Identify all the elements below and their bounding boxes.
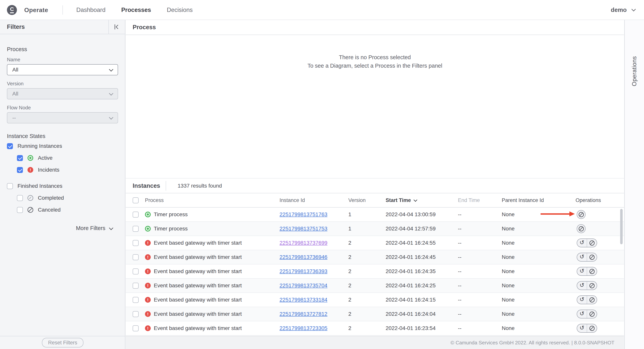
reset-filters-button[interactable]: Reset Filters [42, 338, 84, 348]
row-checkbox[interactable] [133, 268, 138, 274]
more-filters-label: More Filters [76, 225, 105, 232]
instances-scrollbar[interactable] [620, 209, 623, 244]
operations-cell: ↺ [576, 281, 624, 290]
parent-instance-id: None [502, 254, 576, 260]
instance-id-link[interactable]: 2251799813751763 [280, 212, 328, 217]
row-checkbox[interactable] [133, 297, 138, 303]
name-label: Name [7, 57, 118, 63]
operations-button-group: ↺ [577, 238, 597, 247]
select-all-checkbox[interactable] [133, 197, 138, 203]
user-menu[interactable]: demo [611, 0, 635, 20]
incidents-checkbox[interactable] [17, 167, 23, 173]
retry-operation-button[interactable]: ↺ [577, 253, 587, 261]
instance-version: 1 [348, 212, 386, 218]
cancel-operation-button[interactable] [587, 296, 597, 304]
retry-operation-button[interactable]: ↺ [577, 324, 587, 332]
operations-cell [576, 224, 624, 233]
instance-row: Event based gateway with timer start2251… [126, 293, 624, 307]
running-instances-checkbox[interactable] [7, 143, 13, 149]
instances-panel-header: Instances 1337 results found [126, 179, 624, 193]
instance-id-link[interactable]: 2251799813733184 [280, 297, 328, 303]
canceled-checkbox[interactable] [17, 207, 23, 213]
cancel-operation-button[interactable] [587, 282, 597, 290]
retry-operation-button[interactable]: ↺ [577, 239, 587, 247]
row-checkbox[interactable] [133, 226, 138, 232]
process-name: Timer process [154, 226, 280, 232]
cancel-operation-icon [590, 240, 594, 246]
instance-row: Timer process225179981375175312022-04-04… [126, 222, 624, 236]
instance-id-link[interactable]: 2251799813736393 [280, 268, 328, 274]
retry-operation-button[interactable]: ↺ [577, 296, 587, 304]
header-divider [166, 181, 166, 191]
parent-instance-id: None [502, 226, 576, 232]
row-checkbox[interactable] [133, 311, 138, 317]
tab-dashboard[interactable]: Dashboard [76, 6, 106, 14]
operations-button-group: ↺ [577, 267, 597, 276]
operations-cell: ↺ [576, 310, 624, 318]
row-checkbox[interactable] [133, 283, 138, 289]
filters-panel-header: Filters [0, 20, 125, 34]
end-time: -- [458, 268, 502, 274]
process-name: Timer process [154, 212, 280, 218]
instance-id-link[interactable]: 2251799813736946 [280, 254, 328, 260]
cancel-operation-icon [590, 283, 594, 288]
retry-operation-button[interactable]: ↺ [577, 310, 587, 318]
instance-id-link[interactable]: 2251799813727812 [280, 311, 328, 317]
cancel-operation-button[interactable] [577, 210, 586, 219]
cancel-operation-button[interactable] [587, 324, 597, 332]
start-time: 2022-04-01 16:24:04 [386, 311, 458, 317]
instance-id-link[interactable]: 2251799813735704 [280, 282, 328, 288]
state-incident-icon [145, 311, 151, 317]
operations-button-group: ↺ [577, 253, 597, 262]
parent-instance-id: None [502, 282, 576, 289]
filter-fields: NameAllVersionAllFlow Node-- [7, 57, 118, 124]
row-checkbox[interactable] [133, 254, 138, 260]
instance-id-link[interactable]: 2251799813723305 [280, 325, 328, 331]
row-checkbox[interactable] [133, 212, 138, 218]
tab-processes[interactable]: Processes [121, 6, 151, 14]
end-time: -- [458, 282, 502, 289]
completed-checkbox[interactable] [17, 195, 23, 201]
active-checkbox[interactable] [17, 155, 23, 161]
tab-decisions[interactable]: Decisions [167, 6, 192, 14]
top-bar: C Operate DashboardProcessesDecisions de… [0, 0, 644, 20]
finished-instances-checkbox[interactable] [7, 183, 13, 189]
instance-row: Timer process225179981375176312022-04-04… [126, 208, 624, 222]
column-header-start-time[interactable]: Start Time [386, 197, 458, 203]
active-checkbox-label: Active [38, 155, 52, 161]
state-active-icon [28, 155, 33, 161]
parent-instance-id: None [502, 268, 576, 274]
more-filters-button[interactable]: More Filters [7, 225, 118, 232]
cancel-operation-button[interactable] [587, 253, 597, 261]
cancel-operation-button[interactable] [587, 239, 597, 247]
end-time: -- [458, 297, 502, 303]
retry-operation-button[interactable]: ↺ [577, 267, 587, 276]
instance-row: Event based gateway with timer start2251… [126, 236, 624, 250]
operations-panel-collapsed[interactable]: Operations [624, 20, 644, 349]
name-select[interactable]: All [7, 64, 118, 75]
operations-panel-title: Operations [631, 56, 638, 86]
filters-title: Filters [7, 24, 25, 30]
column-header-version: Version [348, 197, 386, 203]
cancel-operation-icon [590, 255, 594, 260]
cancel-operation-icon [579, 226, 584, 232]
cancel-operation-button[interactable] [577, 224, 586, 233]
cancel-operation-icon [590, 297, 594, 302]
start-time: 2022-04-04 12:57:59 [386, 226, 458, 232]
operations-button-group: ↺ [577, 310, 597, 318]
cancel-operation-button[interactable] [587, 267, 597, 276]
chevron-down-icon [109, 67, 114, 72]
instance-state-checkboxes: Running InstancesActiveIncidentsFinished… [7, 143, 118, 213]
main-footer: © Camunda Services GmbH 2022. All rights… [126, 336, 624, 349]
process-name: Event based gateway with timer start [154, 254, 280, 260]
cancel-operation-button[interactable] [587, 310, 597, 318]
row-checkbox[interactable] [133, 325, 138, 331]
row-checkbox[interactable] [133, 240, 138, 246]
state-incident-icon [28, 167, 33, 173]
collapse-filters-button[interactable] [108, 20, 125, 34]
instance-id-link[interactable]: 2251799813751753 [280, 226, 328, 232]
finished-instances-checkbox-label: Finished Instances [18, 183, 62, 189]
instance-id-link[interactable]: 2251799813737699 [280, 240, 328, 246]
column-header-parent-instance-id: Parent Instance Id [502, 197, 576, 203]
retry-operation-button[interactable]: ↺ [577, 282, 587, 290]
